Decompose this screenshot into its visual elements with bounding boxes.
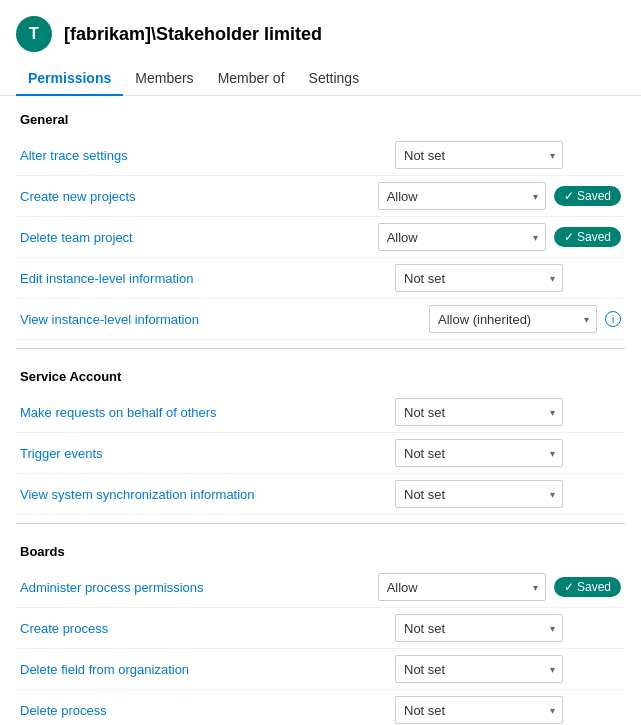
section-divider bbox=[16, 348, 625, 349]
page-title: [fabrikam]\Stakeholder limited bbox=[64, 24, 322, 45]
permission-label[interactable]: Create new projects bbox=[20, 189, 370, 204]
permission-row: View instance-level informationNot setAl… bbox=[16, 299, 625, 340]
saved-badge: ✓ Saved bbox=[554, 186, 621, 206]
permission-row: View system synchronization informationN… bbox=[16, 474, 625, 515]
permission-select-wrapper: Not setAllowDenyAllow (inherited)Not set… bbox=[429, 305, 597, 333]
avatar: T bbox=[16, 16, 52, 52]
permission-row: Trigger eventsNot setAllowDenyAllow (inh… bbox=[16, 433, 625, 474]
permission-select[interactable]: Not setAllowDenyAllow (inherited)Not set… bbox=[378, 182, 546, 210]
permission-label[interactable]: View instance-level information bbox=[20, 312, 421, 327]
permission-label[interactable]: Delete team project bbox=[20, 230, 370, 245]
permission-label[interactable]: Trigger events bbox=[20, 446, 387, 461]
permission-row: Delete processNot setAllowDenyAllow (inh… bbox=[16, 690, 625, 725]
permission-select[interactable]: Not setAllowDenyAllow (inherited)Not set… bbox=[395, 614, 563, 642]
saved-badge: ✓ Saved bbox=[554, 577, 621, 597]
permission-row: Make requests on behalf of othersNot set… bbox=[16, 392, 625, 433]
permission-row: Alter trace settingsNot setAllowDenyAllo… bbox=[16, 135, 625, 176]
permission-select-wrapper: Not setAllowDenyAllow (inherited)Not set… bbox=[378, 573, 546, 601]
permission-label[interactable]: Delete process bbox=[20, 703, 387, 718]
permission-label[interactable]: Make requests on behalf of others bbox=[20, 405, 387, 420]
section-service-account: Service AccountMake requests on behalf o… bbox=[16, 369, 625, 524]
nav-tab-permissions[interactable]: Permissions bbox=[16, 62, 123, 96]
main-content: GeneralAlter trace settingsNot setAllowD… bbox=[0, 96, 641, 725]
permission-select[interactable]: Not setAllowDenyAllow (inherited)Not set… bbox=[378, 573, 546, 601]
permission-label[interactable]: View system synchronization information bbox=[20, 487, 387, 502]
permission-select[interactable]: Not setAllowDenyAllow (inherited)Not set… bbox=[395, 439, 563, 467]
permission-label[interactable]: Delete field from organization bbox=[20, 662, 387, 677]
section-divider bbox=[16, 523, 625, 524]
section-title-service-account: Service Account bbox=[16, 369, 625, 384]
navigation-tabs: PermissionsMembersMember ofSettings bbox=[0, 62, 641, 96]
permission-row: Administer process permissionsNot setAll… bbox=[16, 567, 625, 608]
permission-select[interactable]: Not setAllowDenyAllow (inherited)Not set… bbox=[395, 398, 563, 426]
permission-select[interactable]: Not setAllowDenyAllow (inherited)Not set… bbox=[395, 141, 563, 169]
permission-row: Delete field from organizationNot setAll… bbox=[16, 649, 625, 690]
permission-label[interactable]: Create process bbox=[20, 621, 387, 636]
permission-row: Create new projectsNot setAllowDenyAllow… bbox=[16, 176, 625, 217]
permission-select[interactable]: Not setAllowDenyAllow (inherited)Not set… bbox=[395, 264, 563, 292]
permission-row: Delete team projectNot setAllowDenyAllow… bbox=[16, 217, 625, 258]
permission-select-wrapper: Not setAllowDenyAllow (inherited)Not set… bbox=[395, 614, 563, 642]
permission-label[interactable]: Administer process permissions bbox=[20, 580, 370, 595]
permission-select-wrapper: Not setAllowDenyAllow (inherited)Not set… bbox=[395, 655, 563, 683]
permission-select-wrapper: Not setAllowDenyAllow (inherited)Not set… bbox=[395, 264, 563, 292]
permission-select-wrapper: Not setAllowDenyAllow (inherited)Not set… bbox=[395, 696, 563, 724]
permission-select-wrapper: Not setAllowDenyAllow (inherited)Not set… bbox=[395, 439, 563, 467]
permission-select-wrapper: Not setAllowDenyAllow (inherited)Not set… bbox=[395, 480, 563, 508]
nav-tab-member-of[interactable]: Member of bbox=[206, 62, 297, 96]
section-general: GeneralAlter trace settingsNot setAllowD… bbox=[16, 112, 625, 349]
section-boards: BoardsAdminister process permissionsNot … bbox=[16, 544, 625, 725]
permission-row: Edit instance-level informationNot setAl… bbox=[16, 258, 625, 299]
info-icon[interactable]: i bbox=[605, 311, 621, 327]
page-header: T [fabrikam]\Stakeholder limited bbox=[0, 0, 641, 62]
permission-label[interactable]: Edit instance-level information bbox=[20, 271, 387, 286]
permission-select-wrapper: Not setAllowDenyAllow (inherited)Not set… bbox=[395, 398, 563, 426]
permission-row: Create processNot setAllowDenyAllow (inh… bbox=[16, 608, 625, 649]
permission-select-wrapper: Not setAllowDenyAllow (inherited)Not set… bbox=[378, 223, 546, 251]
permission-select[interactable]: Not setAllowDenyAllow (inherited)Not set… bbox=[429, 305, 597, 333]
permission-select-wrapper: Not setAllowDenyAllow (inherited)Not set… bbox=[378, 182, 546, 210]
section-title-boards: Boards bbox=[16, 544, 625, 559]
nav-tab-settings[interactable]: Settings bbox=[297, 62, 372, 96]
permission-label[interactable]: Alter trace settings bbox=[20, 148, 387, 163]
permission-select[interactable]: Not setAllowDenyAllow (inherited)Not set… bbox=[395, 480, 563, 508]
section-title-general: General bbox=[16, 112, 625, 127]
nav-tab-members[interactable]: Members bbox=[123, 62, 205, 96]
permission-select-wrapper: Not setAllowDenyAllow (inherited)Not set… bbox=[395, 141, 563, 169]
permission-select[interactable]: Not setAllowDenyAllow (inherited)Not set… bbox=[395, 696, 563, 724]
permission-select[interactable]: Not setAllowDenyAllow (inherited)Not set… bbox=[378, 223, 546, 251]
permission-select[interactable]: Not setAllowDenyAllow (inherited)Not set… bbox=[395, 655, 563, 683]
saved-badge: ✓ Saved bbox=[554, 227, 621, 247]
